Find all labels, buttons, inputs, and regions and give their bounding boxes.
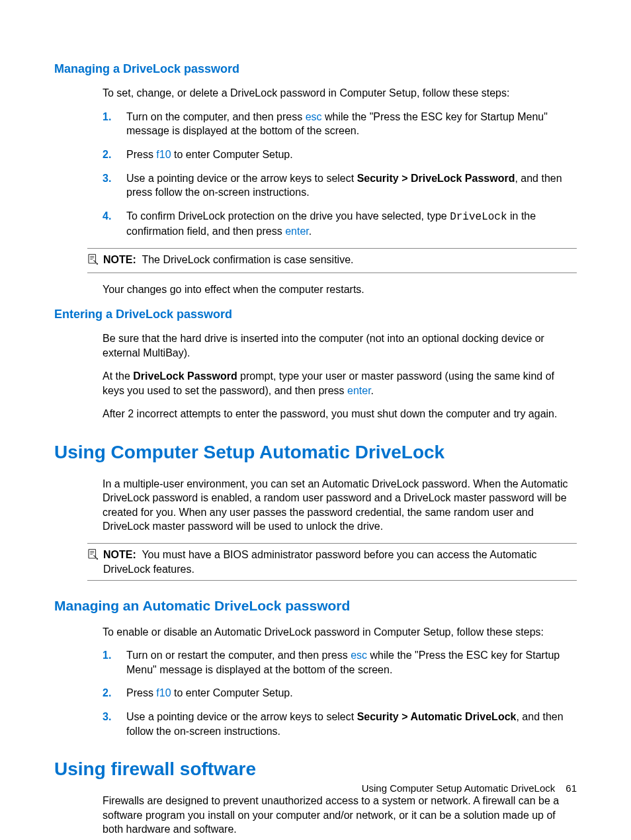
note-label: NOTE: (103, 549, 136, 560)
p2-pre: At the (103, 370, 133, 382)
p2-bold: DriveLock Password (133, 370, 237, 382)
step-text: Use a pointing device or the arrow keys … (126, 711, 357, 722)
section1-intro: To set, change, or delete a DriveLock pa… (103, 86, 577, 101)
step-2: 2. Press f10 to enter Computer Setup. (103, 686, 577, 700)
note-label: NOTE: (103, 254, 136, 265)
step-2: 2. Press f10 to enter Computer Setup. (103, 147, 577, 162)
section3-body: In a multiple-user environment, you can … (103, 477, 577, 534)
document-page: Managing a DriveLock password To set, ch… (0, 0, 631, 840)
p2-post: . (371, 385, 374, 396)
section5-body: Firewalls are designed to prevent unauth… (103, 794, 577, 837)
section2-p2: At the DriveLock Password prompt, type y… (103, 369, 577, 398)
page-footer: Using Computer Setup Automatic DriveLock… (362, 782, 577, 795)
step-1: 1. Turn on or restart the computer, and … (103, 648, 577, 677)
page-number: 61 (566, 782, 577, 794)
menu-path: Security > Automatic DriveLock (357, 711, 517, 722)
step-text: Turn on the computer, and then press (126, 111, 306, 122)
menu-path: Security > DriveLock Password (357, 173, 515, 184)
section1-steps: 1. Turn on the computer, and then press … (103, 110, 577, 239)
note-icon (87, 253, 99, 265)
heading-entering-drivelock: Entering a DriveLock password (54, 306, 577, 322)
svg-rect-0 (89, 255, 96, 264)
section4-body: To enable or disable an Automatic DriveL… (103, 625, 577, 739)
code-drivelock: DriveLock (450, 211, 507, 223)
key-enter: enter (347, 385, 371, 396)
step-text: . (309, 226, 312, 237)
step-text: Press (126, 687, 156, 698)
step-4: 4. To confirm DriveLock protection on th… (103, 209, 577, 239)
section5-p1: Firewalls are designed to prevent unauth… (103, 794, 577, 837)
section4-steps: 1. Turn on or restart the computer, and … (103, 648, 577, 738)
heading-automatic-drivelock: Using Computer Setup Automatic DriveLock (54, 440, 577, 465)
svg-rect-4 (89, 550, 96, 559)
key-f10: f10 (156, 149, 171, 160)
key-f10: f10 (156, 687, 171, 698)
step-3: 3. Use a pointing device or the arrow ke… (103, 171, 577, 200)
section1-body: To set, change, or delete a DriveLock pa… (103, 86, 577, 239)
key-esc: esc (306, 111, 322, 122)
footer-section-title: Using Computer Setup Automatic DriveLock (362, 782, 556, 794)
step-text: to enter Computer Setup. (171, 149, 293, 160)
step-text: Press (126, 149, 156, 160)
note-text: NOTE: You must have a BIOS administrator… (103, 548, 577, 576)
key-esc: esc (351, 650, 367, 661)
step-text: Turn on or restart the computer, and the… (126, 650, 351, 661)
heading-managing-drivelock: Managing a DriveLock password (54, 61, 577, 77)
step-text: to enter Computer Setup. (171, 687, 293, 698)
heading-firewall: Using firewall software (54, 757, 577, 782)
after-note-text: Your changes go into effect when the com… (103, 282, 577, 297)
note-body: The DriveLock confirmation is case sensi… (142, 254, 353, 265)
note-body: You must have a BIOS administrator passw… (103, 549, 536, 575)
section2-p1: Be sure that the hard drive is inserted … (103, 331, 577, 360)
section2-p3: After 2 incorrect attempts to enter the … (103, 407, 577, 421)
heading-managing-auto-drivelock: Managing an Automatic DriveLock password (54, 597, 577, 615)
section3-p1: In a multiple-user environment, you can … (103, 477, 577, 534)
section4-intro: To enable or disable an Automatic DriveL… (103, 625, 577, 640)
step-text: Use a pointing device or the arrow keys … (126, 173, 357, 184)
key-enter: enter (285, 226, 309, 237)
step-1: 1. Turn on the computer, and then press … (103, 110, 577, 138)
note-block-1: NOTE: The DriveLock confirmation is case… (87, 248, 577, 273)
section1-after: Your changes go into effect when the com… (103, 282, 577, 297)
step-text: To confirm DriveLock protection on the d… (126, 210, 450, 222)
step-3: 3. Use a pointing device or the arrow ke… (103, 710, 577, 738)
note-icon (87, 548, 99, 560)
note-block-2: NOTE: You must have a BIOS administrator… (87, 543, 577, 581)
section2-body: Be sure that the hard drive is inserted … (103, 331, 577, 421)
note-text: NOTE: The DriveLock confirmation is case… (103, 253, 577, 267)
